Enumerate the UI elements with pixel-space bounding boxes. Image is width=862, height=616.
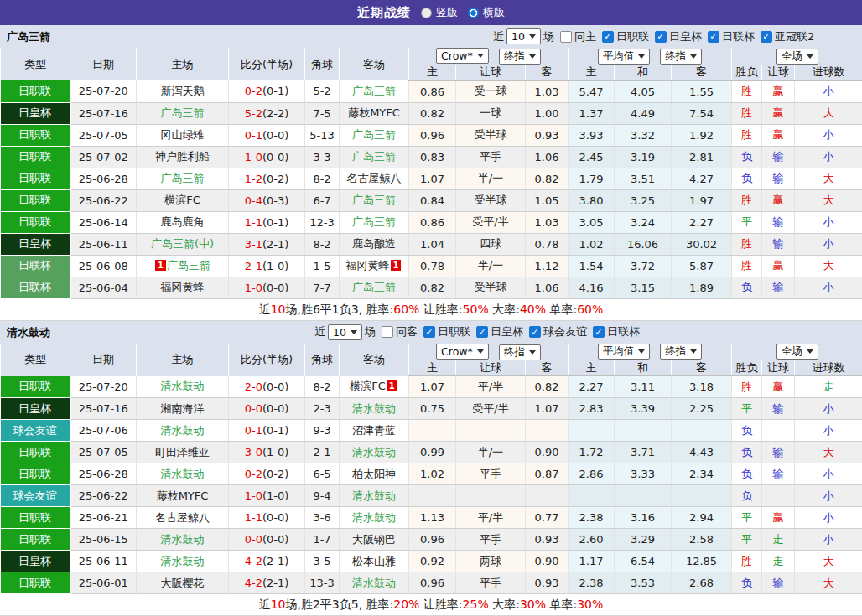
away-team-name[interactable]: 清水鼓动 bbox=[352, 511, 396, 524]
away-team[interactable]: 广岛三箭 bbox=[340, 146, 409, 168]
away-team[interactable]: 广岛三箭 bbox=[340, 211, 409, 233]
away-team[interactable]: 清水鼓动 bbox=[340, 398, 409, 420]
odds-time-select[interactable]: 终指 bbox=[499, 344, 541, 360]
away-team-name[interactable]: 清水鼓动 bbox=[352, 446, 396, 458]
home-team-name[interactable]: 鹿岛鹿角 bbox=[161, 215, 205, 228]
home-team-name[interactable]: 新泻天鹅 bbox=[161, 85, 205, 97]
home-team[interactable]: 大阪樱花 bbox=[137, 572, 229, 594]
home-team-name[interactable]: 福冈黄蜂 bbox=[161, 281, 205, 293]
league-filter-checkbox[interactable]: ✓ bbox=[423, 326, 435, 338]
away-team[interactable]: 清水鼓动 bbox=[340, 572, 409, 594]
away-team[interactable]: 广岛三箭 bbox=[340, 277, 409, 298]
home-team[interactable]: 广岛三箭(中) bbox=[137, 233, 229, 255]
away-team[interactable]: 广岛三箭 bbox=[340, 189, 409, 211]
home-team[interactable]: 新泻天鹅 bbox=[137, 80, 229, 102]
league-filter-checkbox[interactable]: ✓ bbox=[708, 31, 719, 43]
fulltime-select[interactable]: 全场 bbox=[776, 344, 818, 360]
away-team[interactable]: 松本山雅 bbox=[340, 551, 409, 572]
away-team-name[interactable]: 松本山雅 bbox=[352, 555, 396, 567]
bookmaker-select[interactable]: Crow* bbox=[436, 344, 489, 360]
home-team[interactable]: 鹿岛鹿角 bbox=[137, 211, 229, 233]
home-team-name[interactable]: 清水鼓动 bbox=[161, 555, 205, 567]
away-team[interactable]: 大阪钢巴 bbox=[340, 529, 409, 551]
away-team-name[interactable]: 广岛三箭 bbox=[352, 281, 396, 293]
home-team[interactable]: 清水鼓动 bbox=[137, 376, 229, 398]
home-team-name[interactable]: 冈山绿雉 bbox=[161, 128, 205, 141]
away-team[interactable]: 柏太阳神 bbox=[340, 463, 409, 485]
away-team-name[interactable]: 鹿岛酿造 bbox=[352, 237, 396, 250]
home-team[interactable]: 广岛三箭 bbox=[137, 102, 229, 124]
home-team[interactable]: 清水鼓动 bbox=[137, 551, 229, 572]
home-team[interactable]: 福冈黄蜂 bbox=[137, 277, 229, 298]
league-filter-checkbox[interactable]: ✓ bbox=[593, 326, 605, 338]
home-team[interactable]: 横滨FC bbox=[137, 189, 229, 211]
away-team[interactable]: 横滨FC1 bbox=[340, 376, 409, 398]
home-team[interactable]: 名古屋鲸八 bbox=[137, 507, 229, 529]
home-team-name[interactable]: 名古屋鲸八 bbox=[155, 511, 210, 524]
away-team-name[interactable]: 广岛三箭 bbox=[352, 150, 396, 163]
away-team-name[interactable]: 清水鼓动 bbox=[352, 577, 396, 589]
away-team-name[interactable]: 名古屋鲸八 bbox=[347, 172, 402, 184]
league-filter-checkbox[interactable]: ✓ bbox=[655, 31, 667, 43]
away-team-name[interactable]: 广岛三箭 bbox=[352, 128, 396, 141]
avg-select[interactable]: 平均值 bbox=[598, 344, 651, 360]
away-team-name[interactable]: 清水鼓动 bbox=[352, 489, 396, 502]
home-team[interactable]: 町田泽维亚 bbox=[137, 442, 229, 463]
home-team-name[interactable]: 清水鼓动 bbox=[161, 533, 205, 546]
away-team-name[interactable]: 柏太阳神 bbox=[352, 468, 396, 480]
away-team[interactable]: 广岛三箭 bbox=[340, 124, 409, 146]
away-team-name[interactable]: 广岛三箭 bbox=[352, 194, 396, 206]
home-team-name[interactable]: 广岛三箭 bbox=[161, 106, 205, 119]
match-count-select[interactable]: 10 bbox=[506, 28, 541, 44]
fulltime-select[interactable]: 全场 bbox=[776, 49, 818, 65]
odds-time-select[interactable]: 终指 bbox=[499, 49, 541, 65]
bookmaker-select[interactable]: Crow* bbox=[436, 48, 489, 64]
home-team-name[interactable]: 广岛三箭 bbox=[161, 172, 205, 184]
home-team-name[interactable]: 清水鼓动 bbox=[161, 380, 205, 392]
home-team-name[interactable]: 横滨FC bbox=[164, 194, 200, 206]
league-filter-checkbox[interactable]: ✓ bbox=[476, 326, 488, 338]
radio-icon[interactable] bbox=[421, 8, 432, 18]
away-team-name[interactable]: 清水鼓动 bbox=[352, 402, 396, 415]
home-team-name[interactable]: 清水鼓动 bbox=[161, 424, 205, 437]
away-team[interactable]: 清水鼓动 bbox=[340, 485, 409, 507]
league-filter-checkbox[interactable]: ✓ bbox=[529, 326, 541, 338]
away-team-name[interactable]: 广岛三箭 bbox=[352, 85, 396, 97]
away-team-name[interactable]: 福冈黄蜂 bbox=[346, 259, 390, 272]
away-team[interactable]: 藤枝MYFC bbox=[340, 102, 409, 124]
same-venue-checkbox[interactable] bbox=[560, 31, 572, 43]
away-team[interactable]: 鹿岛酿造 bbox=[340, 233, 409, 255]
league-filter-checkbox[interactable]: ✓ bbox=[602, 31, 614, 43]
away-team-name[interactable]: 横滨FC bbox=[350, 380, 386, 392]
home-team-name[interactable]: 藤枝MYFC bbox=[157, 489, 209, 502]
home-team[interactable]: 藤枝MYFC bbox=[137, 485, 229, 507]
radio-icon[interactable] bbox=[468, 8, 479, 18]
avg-time-select[interactable]: 终指 bbox=[660, 344, 702, 360]
home-team[interactable]: 广岛三箭 bbox=[137, 168, 229, 189]
home-team[interactable]: 1广岛三箭 bbox=[137, 255, 229, 277]
home-team-name[interactable]: 广岛三箭(中) bbox=[151, 237, 214, 250]
avg-time-select[interactable]: 终指 bbox=[660, 49, 702, 65]
away-team-name[interactable]: 沼津青蓝 bbox=[352, 424, 396, 437]
away-team[interactable]: 名古屋鲸八 bbox=[340, 168, 409, 189]
home-team[interactable]: 神户胜利船 bbox=[137, 146, 229, 168]
home-team-name[interactable]: 神户胜利船 bbox=[155, 150, 210, 163]
home-team[interactable]: 湘南海洋 bbox=[137, 398, 229, 420]
home-team[interactable]: 清水鼓动 bbox=[137, 529, 229, 551]
home-team[interactable]: 清水鼓动 bbox=[137, 420, 229, 442]
home-team[interactable]: 冈山绿雉 bbox=[137, 124, 229, 146]
home-team-name[interactable]: 町田泽维亚 bbox=[155, 446, 210, 458]
away-team-name[interactable]: 广岛三箭 bbox=[352, 215, 396, 228]
away-team[interactable]: 福冈黄蜂1 bbox=[340, 255, 409, 277]
same-venue-checkbox[interactable] bbox=[382, 326, 393, 338]
away-team[interactable]: 清水鼓动 bbox=[340, 442, 409, 463]
radio-horizontal-layout[interactable]: 横版 bbox=[468, 5, 505, 20]
away-team[interactable]: 广岛三箭 bbox=[340, 80, 409, 102]
home-team-name[interactable]: 湘南海洋 bbox=[161, 402, 205, 415]
avg-select[interactable]: 平均值 bbox=[598, 49, 651, 65]
away-team[interactable]: 沼津青蓝 bbox=[340, 420, 409, 442]
away-team-name[interactable]: 藤枝MYFC bbox=[348, 106, 400, 119]
away-team[interactable]: 清水鼓动 bbox=[340, 507, 409, 529]
home-team-name[interactable]: 广岛三箭 bbox=[167, 259, 210, 272]
home-team-name[interactable]: 大阪樱花 bbox=[161, 577, 205, 589]
